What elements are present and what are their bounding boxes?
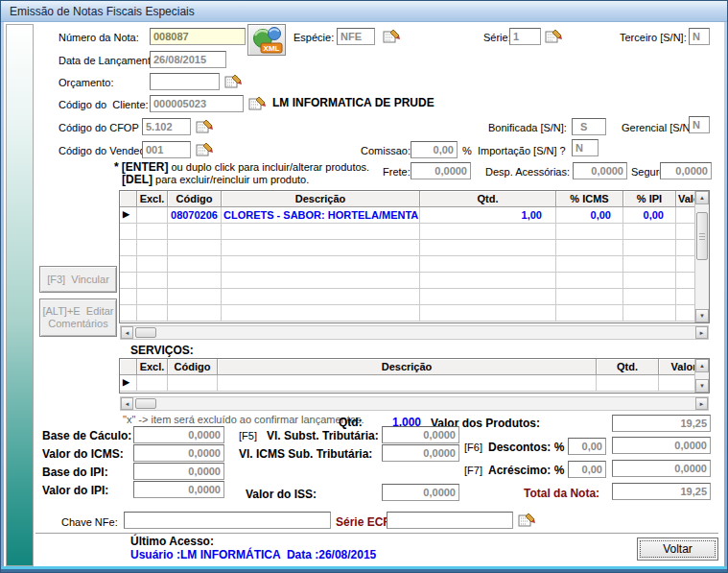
orcamento-label: Orçamento: — [59, 77, 113, 88]
cliente-lookup-icon[interactable] — [248, 96, 267, 111]
vendedor-lookup-icon[interactable] — [196, 142, 214, 157]
cell-excl[interactable] — [137, 207, 168, 223]
subst-tributaria-field[interactable]: 0,0000 — [382, 426, 459, 443]
products-empty-row[interactable] — [120, 305, 709, 322]
total-nota-label: Total da Nota: — [524, 488, 599, 499]
xml-button[interactable]: XML — [247, 24, 286, 56]
scroll-up-icon[interactable]: ▲ — [695, 359, 709, 372]
services-grid[interactable]: Excl. Código Descrição Qtd. Valor ▶ ▲ ▼ — [119, 358, 710, 394]
row-selector-icon: ▶ — [120, 207, 137, 223]
valor-produtos-field[interactable]: 19,25 — [612, 415, 711, 432]
services-header-excl: Excl. — [137, 359, 168, 375]
cell-qtd[interactable]: 1,00 — [420, 207, 556, 223]
bonificada-field[interactable]: S — [572, 118, 606, 135]
products-empty-row[interactable] — [120, 256, 709, 273]
serie-label: Série: — [483, 32, 511, 43]
products-empty-row[interactable] — [120, 224, 709, 240]
valor-ipi-label: Valor do IPI: — [42, 485, 108, 496]
cliente-field[interactable]: 000005023 — [150, 95, 244, 112]
editar-comentarios-button[interactable]: [ALT]+E Editar Comentários — [39, 298, 117, 337]
scroll-left-icon[interactable]: ◄ — [121, 326, 133, 339]
orcamento-lookup-icon[interactable] — [224, 74, 243, 89]
exclusion-note: "x" -> item será excluído ao confirmar l… — [123, 414, 364, 425]
vincular-button[interactable]: [F3] Vincular — [39, 266, 117, 293]
orcamento-field[interactable] — [150, 73, 220, 90]
numero-nota-field[interactable]: 008087 — [150, 28, 246, 45]
title-bar[interactable]: Emissão de Notas Fiscais Especiais — [1, 1, 727, 22]
desp-acessorias-field[interactable]: 0,0000 — [573, 162, 627, 179]
services-empty-row[interactable]: ▶ — [120, 375, 709, 392]
cell-icms[interactable]: 0,00 — [556, 207, 623, 223]
scroll-left-icon[interactable]: ◄ — [121, 397, 133, 410]
data-lancamento-field[interactable]: 26/08/2015 — [150, 51, 226, 68]
descontos-percent-field[interactable]: 0,00 — [568, 438, 606, 455]
hint-line-2: [DEL] para excluir/reincluir um produto. — [122, 174, 309, 185]
acrescimo-value-field[interactable]: 0,0000 — [612, 460, 711, 477]
scroll-right-icon[interactable]: ► — [695, 326, 708, 339]
comissao-percent-label: % — [462, 145, 472, 156]
comissao-field[interactable]: 0,00 — [411, 141, 458, 158]
total-nota-field[interactable]: 19,25 — [612, 483, 711, 500]
descontos-value-field[interactable]: 0,0000 — [612, 437, 711, 454]
valor-ipi-field[interactable]: 0,0000 — [133, 481, 224, 498]
terceiro-label: Terceiro [S/N]: — [620, 32, 687, 43]
f5-key-label: [F5] — [239, 430, 257, 442]
cfop-lookup-icon[interactable] — [196, 119, 214, 134]
scrollbar-thumb[interactable] — [135, 327, 156, 338]
base-calculo-field[interactable]: 0,0000 — [133, 426, 224, 443]
cell-codigo[interactable]: 08070206 — [168, 207, 222, 223]
serie-ecf-field[interactable] — [387, 512, 513, 529]
icms-sub-tributaria-field[interactable]: 0,0000 — [382, 444, 459, 462]
scroll-down-icon[interactable]: ▼ — [695, 379, 709, 393]
scroll-down-icon[interactable]: ▼ — [695, 309, 709, 322]
cfop-label: Código do CFOP : — [59, 122, 145, 133]
base-ipi-label: Base do IPI: — [42, 466, 108, 478]
especie-field[interactable]: NFE — [337, 28, 375, 45]
voltar-button[interactable]: Voltar — [637, 537, 718, 561]
valor-icms-field[interactable]: 0,0000 — [133, 444, 224, 462]
products-vertical-scrollbar[interactable]: ▲ ▼ — [694, 191, 709, 322]
serie-field[interactable]: 1 — [509, 28, 541, 45]
services-vertical-scrollbar[interactable]: ▲ ▼ — [694, 359, 709, 393]
terceiro-field[interactable]: N — [689, 28, 710, 45]
products-grid[interactable]: Excl. Código Descrição Qtd. % ICMS % IPI… — [119, 190, 710, 323]
row-selector-icon: ▶ — [120, 375, 137, 391]
services-horizontal-scrollbar[interactable]: ◄ ► — [120, 396, 709, 411]
products-empty-row[interactable] — [120, 289, 709, 305]
valor-iss-label: Valor do ISS: — [246, 489, 317, 500]
products-header-excl: Excl. — [137, 191, 168, 207]
seguro-field[interactable]: 0,0000 — [660, 162, 712, 179]
window-border-left — [1, 22, 4, 572]
scroll-up-icon[interactable]: ▲ — [695, 191, 709, 204]
acrescimo-percent-field[interactable]: 0,00 — [568, 461, 606, 478]
cell-descricao[interactable]: CLORETS - SABOR: HORTELA/MENTA - 10 — [222, 207, 420, 223]
serie-lookup-icon[interactable] — [545, 29, 563, 44]
products-empty-row[interactable] — [120, 273, 709, 289]
chave-nfe-label: Chave NFe: — [61, 516, 118, 528]
cell-ipi[interactable]: 0,00 — [623, 207, 676, 223]
cliente-label: Código do Cliente: — [59, 99, 149, 110]
serie-ecf-lookup-icon[interactable] — [518, 513, 536, 528]
base-ipi-field[interactable]: 0,0000 — [133, 463, 224, 480]
frete-field[interactable]: 0,0000 — [411, 162, 471, 179]
products-header-codigo: Código — [168, 191, 222, 207]
vendedor-field[interactable]: 001 — [142, 141, 191, 158]
products-row-selected[interactable]: ▶ 08070206 CLORETS - SABOR: HORTELA/MENT… — [120, 207, 709, 224]
products-header-row: Excl. Código Descrição Qtd. % ICMS % IPI… — [120, 191, 709, 207]
products-empty-row[interactable] — [120, 240, 709, 256]
products-header-qtd: Qtd. — [420, 191, 556, 207]
scrollbar-thumb[interactable] — [135, 398, 156, 409]
scrollbar-thumb[interactable] — [696, 212, 708, 260]
importacao-field[interactable]: N — [572, 139, 599, 156]
chave-nfe-field[interactable] — [124, 512, 331, 529]
scroll-right-icon[interactable]: ► — [695, 397, 708, 410]
gerencial-field[interactable]: N — [689, 116, 710, 133]
cfop-field[interactable]: 5.102 — [142, 118, 191, 135]
especie-lookup-icon[interactable] — [383, 29, 401, 44]
base-calculo-label: Base de Cáculo: — [42, 430, 131, 442]
window-border-right — [724, 22, 727, 572]
valor-iss-field[interactable]: 0,0000 — [382, 484, 459, 501]
bonificada-label: Bonificada [S/N]: — [488, 122, 567, 133]
products-horizontal-scrollbar[interactable]: ◄ ► — [120, 325, 709, 340]
ultimo-acesso-usuario: Usuário :LM INFORMÁTICA Data :26/08/2015 — [130, 549, 376, 561]
